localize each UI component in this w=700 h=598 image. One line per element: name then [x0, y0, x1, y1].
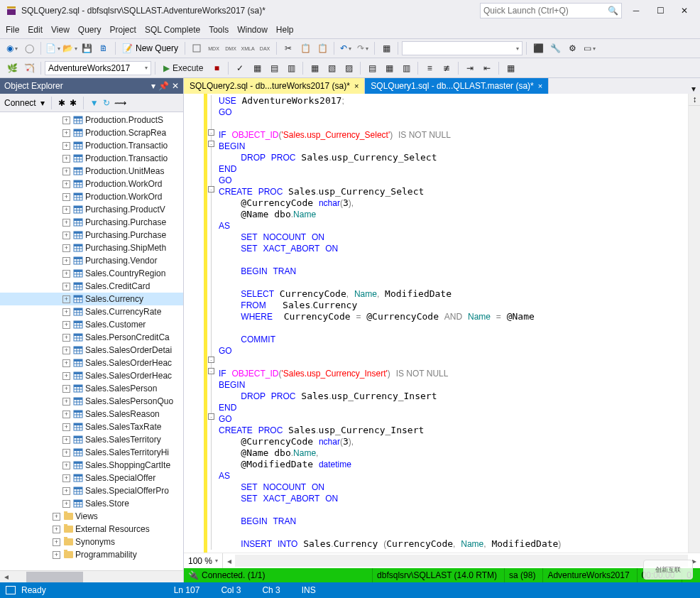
tree-item-production-workord[interactable]: +Production.WorkOrd	[0, 178, 183, 190]
undo-button[interactable]: ↶▾	[338, 40, 354, 56]
document-tab[interactable]: SQLQuery2.sql - db...tureWorks2017 (sa)*…	[184, 78, 365, 94]
expand-icon[interactable]: +	[62, 359, 70, 367]
uncomment-button[interactable]: ≢	[439, 60, 454, 76]
tree-item-sales-salesorderheac[interactable]: +Sales.SalesOrderHeac	[0, 369, 183, 382]
client-stats-button[interactable]: ▨	[341, 60, 356, 76]
expand-icon[interactable]: +	[62, 129, 70, 137]
tree-item-production-workord[interactable]: +Production.WorkOrd	[0, 190, 183, 203]
new-query-button[interactable]: 📝 New Query	[119, 40, 181, 56]
expand-icon[interactable]: +	[62, 295, 70, 303]
zoom-combo[interactable]: 100 % ▾	[184, 553, 223, 568]
query-options-button[interactable]: ▤	[266, 60, 282, 76]
tree-item-sales-creditcard[interactable]: +Sales.CreditCard	[0, 280, 183, 293]
menu-query[interactable]: Query	[78, 25, 102, 35]
expand-icon[interactable]: +	[62, 257, 70, 265]
filter-icon[interactable]: ▼	[90, 98, 99, 108]
collapse-toggle[interactable]: -	[208, 368, 214, 374]
outline-margin[interactable]: ------	[207, 94, 216, 553]
tree-item-production-unitmeas[interactable]: +Production.UnitMeas	[0, 165, 183, 178]
collapse-toggle[interactable]: -	[208, 413, 214, 420]
expand-icon[interactable]: +	[62, 423, 70, 431]
tree-item-sales-salesperson[interactable]: +Sales.SalesPerson	[0, 382, 183, 395]
tool-btn-window[interactable]: ▭▾	[581, 40, 597, 56]
tree-item-sales-personcreditca[interactable]: +Sales.PersonCreditCa	[0, 331, 183, 344]
change-connection-button[interactable]: 🏹	[21, 60, 37, 76]
tree-item-sales-salesterritoryhi[interactable]: +Sales.SalesTerritoryHi	[0, 446, 183, 459]
results-grid-button[interactable]: ▦	[381, 60, 397, 76]
forward-button[interactable]: ◯	[21, 40, 37, 56]
tree-item-sales-salestaxrate[interactable]: +Sales.SalesTaxRate	[0, 420, 183, 433]
document-tab[interactable]: SQLQuery1.sql - db...QLLAST.master (sa)*…	[365, 78, 549, 94]
tree-folder-views[interactable]: +Views	[0, 510, 183, 523]
collapse-toggle[interactable]: -	[208, 357, 214, 363]
menu-edit[interactable]: Edit	[28, 25, 43, 35]
tree-item-sales-salesorderdetai[interactable]: +Sales.SalesOrderDetai	[0, 344, 183, 357]
live-stats-button[interactable]: ▧	[324, 60, 339, 76]
connect-label[interactable]: Connect	[4, 98, 36, 108]
tree-item-purchasing-purchase[interactable]: +Purchasing.Purchase	[0, 229, 183, 241]
expand-icon[interactable]: +	[53, 551, 60, 559]
estimated-plan-button[interactable]: ▦	[249, 60, 265, 76]
save-button[interactable]: 💾	[79, 40, 94, 56]
expand-icon[interactable]: +	[62, 244, 70, 252]
tree-folder-programmability[interactable]: +Programmability	[0, 548, 183, 561]
expand-icon[interactable]: +	[62, 449, 70, 457]
expand-icon[interactable]: +	[62, 155, 70, 163]
connect-icon[interactable]: 🌿	[4, 60, 20, 76]
refresh-icon[interactable]: ↻	[103, 98, 110, 108]
tree-item-sales-currencyrate[interactable]: +Sales.CurrencyRate	[0, 305, 183, 318]
maximize-button[interactable]: ☐	[650, 3, 670, 18]
paste-button[interactable]: 📋	[315, 40, 330, 56]
tab-overflow-button[interactable]: ▾	[687, 84, 700, 94]
expand-icon[interactable]: +	[62, 500, 70, 508]
tree-folder-external-resources[interactable]: +External Resources	[0, 523, 183, 536]
expand-icon[interactable]: +	[62, 474, 70, 482]
pin-icon[interactable]: 📌	[158, 81, 169, 91]
expand-icon[interactable]: +	[62, 232, 70, 239]
specify-values-button[interactable]: ▦	[503, 60, 518, 76]
tree-item-production-transactio[interactable]: +Production.Transactio	[0, 152, 183, 165]
tab-close-icon[interactable]: ×	[354, 82, 359, 90]
copy-button[interactable]: 📋	[297, 40, 313, 56]
expand-icon[interactable]: +	[62, 398, 70, 406]
tree-item-sales-store[interactable]: +Sales.Store	[0, 497, 183, 510]
connect-dropdown-icon[interactable]: ▾	[40, 98, 45, 108]
grid-button[interactable]: ▦	[378, 40, 394, 56]
tree-item-production-products[interactable]: +Production.ProductS	[0, 114, 183, 126]
vertical-scrollbar[interactable]: ↕	[688, 94, 700, 553]
expand-icon[interactable]: +	[62, 372, 70, 380]
tree-item-purchasing-vendor[interactable]: +Purchasing.Vendor	[0, 254, 183, 267]
tree-item-sales-specialofferpro[interactable]: +Sales.SpecialOfferPro	[0, 484, 183, 497]
tree-item-sales-customer[interactable]: +Sales.Customer	[0, 318, 183, 331]
execute-button[interactable]: ▶ Execute	[159, 60, 207, 76]
tab-close-icon[interactable]: ×	[538, 82, 542, 90]
tree-folder-synonyms[interactable]: +Synonyms	[0, 536, 183, 548]
menu-help[interactable]: Help	[276, 25, 294, 35]
tree-item-sales-salesorderheac[interactable]: +Sales.SalesOrderHeac	[0, 357, 183, 369]
expand-icon[interactable]: +	[62, 462, 70, 469]
tree-item-sales-salesreason[interactable]: +Sales.SalesReason	[0, 408, 183, 420]
results-text-button[interactable]: ▤	[364, 60, 380, 76]
collapse-toggle[interactable]: -	[208, 129, 214, 136]
parse-button[interactable]: ✓	[232, 60, 248, 76]
menu-sql-complete[interactable]: SQL Complete	[145, 25, 200, 35]
expand-icon[interactable]: +	[62, 308, 70, 316]
menu-view[interactable]: View	[51, 25, 70, 35]
expand-icon[interactable]: +	[62, 436, 70, 444]
activity-icon[interactable]: ⟿	[114, 98, 126, 108]
menu-project[interactable]: Project	[110, 25, 136, 35]
xe-button-1[interactable]	[189, 40, 204, 56]
expand-icon[interactable]: +	[62, 385, 70, 393]
expand-icon[interactable]: +	[62, 142, 70, 150]
tree-item-sales-shoppingcartite[interactable]: +Sales.ShoppingCartIte	[0, 459, 183, 472]
new-button[interactable]: 📄▾	[45, 40, 60, 56]
disconnect-all-icon[interactable]: ✱	[70, 98, 77, 108]
expand-icon[interactable]: +	[62, 168, 70, 175]
object-explorer-tree[interactable]: +Production.ProductS+Production.ScrapRea…	[0, 112, 183, 570]
results-file-button[interactable]: ▥	[398, 60, 414, 76]
cut-button[interactable]: ✂	[280, 40, 296, 56]
close-panel-icon[interactable]: ✕	[172, 81, 179, 91]
expand-icon[interactable]: +	[62, 180, 70, 188]
comment-button[interactable]: ≡	[422, 60, 437, 76]
expand-icon[interactable]: +	[53, 513, 60, 521]
